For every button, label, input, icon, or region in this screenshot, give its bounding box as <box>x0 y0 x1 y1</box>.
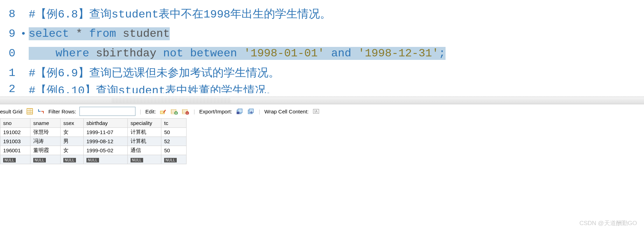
cell-speciality[interactable]: 计算机 <box>128 137 161 146</box>
code-line[interactable]: 2#【例6.10】查询student表中姓董的学生情况。 <box>0 83 644 93</box>
column-header-sname[interactable]: sname <box>30 119 61 128</box>
cell-sbirthday[interactable]: 1999-08-12 <box>84 137 128 146</box>
cell-sno[interactable]: 196001 <box>0 146 30 155</box>
separator: | <box>139 109 142 114</box>
delete-row-icon[interactable] <box>182 107 189 115</box>
sql-editor[interactable]: #where grade in (92,95);8#【例6.8】查询studen… <box>0 0 644 97</box>
svg-rect-0 <box>27 109 33 114</box>
cell-sname[interactable]: 张慧玲 <box>30 128 61 137</box>
cell-sno[interactable]: 191003 <box>0 137 30 146</box>
table-header-row: snosnamessexsbirthdayspecialitytc <box>0 119 187 128</box>
line-number: 2 <box>0 83 18 93</box>
cell-sno[interactable]: 191002 <box>0 128 30 137</box>
code-content[interactable]: #【例6.9】查询已选课但未参加考试的学生情况。 <box>29 65 644 81</box>
null-cell[interactable]: NULL <box>161 155 187 164</box>
line-number: 9 <box>0 27 18 40</box>
code-content[interactable]: #【例6.8】查询student表中不在1998年出生的学生情况。 <box>29 6 644 22</box>
wrap-cell-label: Wrap Cell Content: <box>264 109 308 114</box>
line-number: 0 <box>0 47 18 60</box>
code-line[interactable]: #where grade in (92,95); <box>0 0 644 4</box>
result-grid[interactable]: snosnamessexsbirthdayspecialitytc 191002… <box>0 118 187 164</box>
code-line[interactable]: 1#【例6.9】查询已选课但未参加考试的学生情况。 <box>0 63 644 83</box>
line-number: 1 <box>0 67 18 79</box>
import-icon[interactable] <box>247 107 254 115</box>
table-row[interactable]: 196001董明霞女1999-05-02通信50 <box>0 146 187 155</box>
code-content[interactable]: #【例6.10】查询student表中姓董的学生情况。 <box>29 83 644 93</box>
svg-text:IA: IA <box>314 110 318 113</box>
filter-rows-label: Filter Rows: <box>48 109 76 114</box>
cell-ssex[interactable]: 男 <box>61 137 84 146</box>
line-number: 8 <box>0 8 18 21</box>
cell-sname[interactable]: 董明霞 <box>30 146 61 155</box>
column-header-speciality[interactable]: speciality <box>128 119 161 128</box>
refresh-icon[interactable] <box>37 107 45 115</box>
null-cell[interactable]: NULL <box>0 155 30 164</box>
cell-tc[interactable]: 52 <box>161 137 187 146</box>
execution-marker: • <box>18 28 29 39</box>
separator: | <box>258 109 261 114</box>
table-null-row[interactable]: NULLNULLNULLNULLNULLNULL <box>0 155 187 164</box>
column-header-sbirthday[interactable]: sbirthday <box>84 119 128 128</box>
column-header-sno[interactable]: sno <box>0 119 30 128</box>
null-cell[interactable]: NULL <box>61 155 84 164</box>
cell-ssex[interactable]: 女 <box>61 128 84 137</box>
null-cell[interactable]: NULL <box>128 155 161 164</box>
result-toolbar: esult Grid Filter Rows: | Edit: | Export… <box>0 104 644 118</box>
code-line[interactable]: 9•select * from student <box>0 24 644 43</box>
cell-ssex[interactable]: 女 <box>61 146 84 155</box>
grid-icon[interactable] <box>26 107 34 115</box>
table-row[interactable]: 191003冯涛男1999-08-12计算机52 <box>0 137 187 146</box>
edit-label: Edit: <box>145 109 156 114</box>
cell-sbirthday[interactable]: 1999-05-02 <box>84 146 128 155</box>
cell-sname[interactable]: 冯涛 <box>30 137 61 146</box>
column-header-tc[interactable]: tc <box>161 119 187 128</box>
svg-rect-19 <box>237 112 239 114</box>
table-row[interactable]: 191002张慧玲女1999-11-07计算机50 <box>0 128 187 137</box>
result-grid-label: esult Grid <box>0 109 22 114</box>
null-cell[interactable]: NULL <box>84 155 128 164</box>
null-cell[interactable]: NULL <box>30 155 61 164</box>
edit-row-icon[interactable] <box>159 107 167 115</box>
code-content[interactable]: #where grade in (92,95); <box>29 0 644 4</box>
code-line[interactable]: 8#【例6.8】查询student表中不在1998年出生的学生情况。 <box>0 4 644 24</box>
export-import-label: Export/Import: <box>199 109 232 114</box>
code-content[interactable]: where sbirthday not between '1998-01-01'… <box>29 47 644 60</box>
add-row-icon[interactable] <box>170 107 178 115</box>
splitter[interactable] <box>0 97 644 104</box>
filter-rows-input[interactable] <box>79 107 135 116</box>
cell-sbirthday[interactable]: 1999-11-07 <box>84 128 128 137</box>
column-header-ssex[interactable]: ssex <box>61 119 84 128</box>
code-line[interactable]: 0 where sbirthday not between '1998-01-0… <box>0 43 644 63</box>
code-content[interactable]: select * from student <box>29 27 644 40</box>
separator: | <box>193 109 196 114</box>
cell-tc[interactable]: 50 <box>161 146 187 155</box>
export-icon[interactable] <box>236 107 243 115</box>
cell-speciality[interactable]: 计算机 <box>128 128 161 137</box>
cell-tc[interactable]: 50 <box>161 128 187 137</box>
wrap-cell-icon[interactable]: IA <box>312 107 320 115</box>
cell-speciality[interactable]: 通信 <box>128 146 161 155</box>
